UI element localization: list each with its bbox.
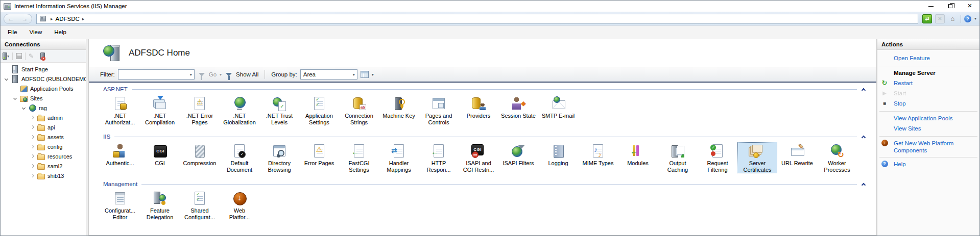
feature-item[interactable]: Providers xyxy=(459,95,498,126)
feature-item[interactable]: ISAPI Filters xyxy=(498,142,538,173)
feature-item[interactable]: Directory Browsing xyxy=(259,142,299,173)
collapse-section-icon[interactable] xyxy=(862,88,866,92)
stop-request-button[interactable]: ✕ xyxy=(935,14,945,23)
chevron-icon[interactable] xyxy=(31,145,34,148)
feature-item[interactable]: ISAPI and CGI Restri... xyxy=(459,142,498,173)
feature-item[interactable]: HTTP Respon... xyxy=(419,142,459,173)
feature-item[interactable]: CGI xyxy=(140,142,180,173)
action-item[interactable]: ↓ Get New Web Platform Components xyxy=(877,139,979,155)
menu-view[interactable]: View xyxy=(30,29,42,35)
go-button[interactable]: Go xyxy=(209,71,217,77)
action-item[interactable]: View Application Pools xyxy=(877,114,979,124)
action-item[interactable]: ? Help xyxy=(877,160,979,170)
feature-item[interactable]: Web Platfor... xyxy=(220,190,259,221)
chevron-icon[interactable] xyxy=(31,174,34,177)
feature-item[interactable]: URL Rewrite xyxy=(777,142,817,173)
feature-item[interactable]: .NET Globalization xyxy=(220,95,259,126)
feature-item[interactable]: Modules xyxy=(618,142,658,173)
chevron-icon[interactable] xyxy=(31,116,34,119)
chevron-icon[interactable] xyxy=(31,164,34,168)
chevron-icon[interactable] xyxy=(31,135,34,139)
refresh-button[interactable]: ⇄ xyxy=(922,14,932,23)
home-icon[interactable]: ⌂ xyxy=(948,14,958,23)
view-mode-icon[interactable] xyxy=(361,71,369,78)
feature-item[interactable]: Output Caching xyxy=(658,142,698,173)
tree-item[interactable]: shib13 xyxy=(1,171,86,180)
go-dropdown-icon[interactable]: ▾ xyxy=(220,72,222,77)
tree-item[interactable]: Sites xyxy=(1,93,86,103)
feature-item[interactable]: Compression xyxy=(180,142,220,173)
chevron-icon[interactable] xyxy=(5,77,8,81)
view-mode-dropdown-icon[interactable]: ▾ xyxy=(372,72,374,77)
feature-item[interactable]: Authentic... xyxy=(100,142,140,173)
menu-file[interactable]: File xyxy=(8,29,17,35)
tree-item[interactable]: config xyxy=(1,142,86,151)
tree-item[interactable]: resources xyxy=(1,151,86,161)
breadcrumb-arrow-icon[interactable]: ▸ xyxy=(82,16,85,21)
feature-item[interactable]: Feature Delegation xyxy=(140,190,180,221)
feature-item[interactable]: Server Certificates xyxy=(737,142,777,173)
action-item[interactable]: ↻ Restart xyxy=(877,78,979,89)
divider xyxy=(961,15,961,23)
chevron-icon[interactable] xyxy=(31,125,34,129)
tree-item[interactable]: admin xyxy=(1,113,86,122)
feature-item[interactable]: Machine Key xyxy=(379,95,419,126)
feature-item[interactable]: Error Pages xyxy=(299,142,339,173)
chevron-icon[interactable] xyxy=(13,96,17,100)
rename-connection-button[interactable]: ✎ xyxy=(29,53,34,60)
create-connection-button[interactable]: ▾ xyxy=(3,53,9,60)
chevron-icon[interactable] xyxy=(22,106,26,110)
mime-types-icon xyxy=(590,143,606,159)
menu-help[interactable]: Help xyxy=(54,29,66,35)
tree-item[interactable]: Start Page xyxy=(1,64,86,74)
tree-item[interactable]: rag xyxy=(1,103,86,113)
feature-item[interactable]: SMTP E-mail xyxy=(538,95,578,126)
back-button[interactable]: ← xyxy=(8,16,14,22)
show-all-button[interactable]: Show All xyxy=(236,71,258,77)
group-by-select[interactable]: Area ▾ xyxy=(300,69,357,80)
feature-item[interactable]: Logging xyxy=(538,142,578,173)
filter-label: Filter: xyxy=(100,71,115,77)
feature-item[interactable]: Request Filtering xyxy=(698,142,737,173)
save-connections-button[interactable] xyxy=(16,53,22,59)
feature-item[interactable]: FastCGI Settings xyxy=(339,142,379,173)
actions-separator xyxy=(879,136,977,137)
tree-item[interactable]: api xyxy=(1,122,86,132)
help-dropdown-icon[interactable]: ▾ xyxy=(974,16,976,21)
minimize-button[interactable] xyxy=(921,1,941,12)
chevron-icon[interactable] xyxy=(31,154,34,158)
collapse-section-icon[interactable] xyxy=(862,182,866,187)
filter-input[interactable]: ▾ xyxy=(118,69,195,80)
forward-button[interactable]: → xyxy=(22,16,28,22)
breadcrumb[interactable]: ▸ ADFSDC ▸ xyxy=(36,14,918,24)
remove-connection-button[interactable] xyxy=(40,53,45,60)
feature-item[interactable]: Shared Configurat... xyxy=(180,190,220,221)
feature-item[interactable]: .NET Authorizat... xyxy=(100,95,140,126)
action-item[interactable]: View Sites xyxy=(877,124,979,134)
restore-button[interactable] xyxy=(941,1,960,12)
action-item[interactable]: Open Feature xyxy=(877,54,979,64)
close-button[interactable] xyxy=(960,1,979,12)
feature-item[interactable]: Pages and Controls xyxy=(419,95,459,126)
feature-item[interactable]: Configurat... Editor xyxy=(100,190,140,221)
feature-item[interactable]: .NET Error Pages xyxy=(180,95,220,126)
action-item[interactable]: ■ Stop xyxy=(877,99,979,109)
feature-item[interactable]: Handler Mappings xyxy=(379,142,419,173)
help-icon[interactable]: ? xyxy=(964,15,971,22)
feature-item[interactable]: Default Document xyxy=(220,142,259,173)
tree-item[interactable]: saml2 xyxy=(1,161,86,171)
feature-item[interactable]: Application Settings xyxy=(299,95,339,126)
breadcrumb-server[interactable]: ADFSDC xyxy=(56,16,80,22)
collapse-section-icon[interactable] xyxy=(862,135,866,139)
feature-item[interactable]: .NET Trust Levels xyxy=(259,95,299,126)
feature-item[interactable]: MIME Types xyxy=(578,142,618,173)
start-icon: ▶ xyxy=(880,90,889,97)
tree-item[interactable]: Application Pools xyxy=(1,84,86,93)
feature-item[interactable]: Worker Processes xyxy=(817,142,857,173)
feature-item[interactable]: Connection Strings xyxy=(339,95,379,126)
feature-item[interactable]: Session State xyxy=(498,95,538,126)
tree-item[interactable]: ADFSDC (RUBLONDEMO\adm xyxy=(1,74,86,84)
action-item[interactable]: ▶ Start xyxy=(877,89,979,99)
feature-item[interactable]: .NET Compilation xyxy=(140,95,180,126)
tree-item[interactable]: assets xyxy=(1,132,86,142)
